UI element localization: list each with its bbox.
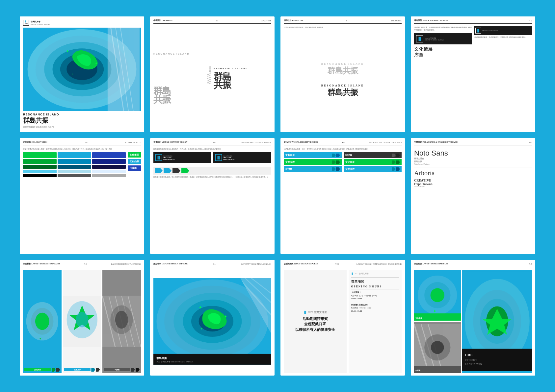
font1-sub: Noto Sans of Anthony (414, 163, 532, 165)
svg-text:✦: ✦ (433, 308, 437, 314)
page-num: 8-1 (213, 263, 216, 265)
resonance-en-1: RESONANCE ISLAND (321, 62, 364, 65)
hours-section-2: IP授權&文創品牌！ 8月28日 - 9月4日（Sun） 13:00 - 19:… (351, 304, 399, 313)
dark-logo-2: ▐▌ 2022 台灣文博會 CREATIVE EXPO TAIWAN (213, 152, 271, 163)
desc-bottom: 以基本主題圖形為基礎，整合主辦單位識別標誌，形成統一的視覺識別系統，應用於各類展… (153, 176, 271, 178)
font3-sub: Arboria-Regular (414, 186, 532, 187)
banner-2: 文創品牌 (284, 159, 342, 165)
svg-point-59 (431, 341, 444, 354)
card-layout-templates: 版型模板 LAYOUT DESIGN TEMPLATES 7-4 LAYOUT … (20, 260, 144, 376)
card6-header: 視覺設計 VISUAL IDENTITY DESIGN 4-1 MAIN FRA… (153, 141, 271, 145)
svg-point-30 (115, 311, 128, 329)
section-label2: LOGOTYPE (261, 20, 271, 22)
card-color-palette: 色彩系統 COLOR SYSTEM 2-1 COLOR PALETTE 根據主視… (20, 138, 144, 254)
chinese-2: 群島共振 (321, 87, 364, 98)
identity-content: 場地設計說明文字，介紹整體視覺識別系統應用於活動現場的規範與準則，確保空間識別的… (414, 26, 532, 130)
opening-hours-en: OPENING HOURS (351, 285, 399, 288)
thumb-1-svg: ✦ (23, 270, 62, 373)
hours-2-title: IP授權&文創品牌！ (351, 304, 399, 307)
arrow-3b (336, 167, 340, 171)
badge-column: 文化策展 文創品牌 沙波境 (128, 152, 141, 251)
arrows-3 (332, 167, 340, 171)
banner-text-4: 印提展 (345, 154, 352, 157)
thumb-1: ✦ 文化策展 (23, 270, 62, 373)
banner-4: 印提展 (344, 152, 402, 158)
page-num: 3-1 (346, 20, 349, 22)
font2-name: Arboria (414, 169, 532, 177)
partial-label-2: IP授權 (415, 370, 420, 371)
arrow-4a (392, 154, 396, 157)
logo-text-2: CREATIVE EXPO TAIWAN (482, 30, 498, 32)
partial-thumb-1: ✦ 文化策展 (414, 270, 461, 321)
page-num: 7-49 (335, 263, 339, 265)
dark-logo-box-2: ▐▌ CREATIVE EXPO TAIWAN (474, 26, 532, 35)
banners-col-1: 文藝策展 文創品牌 IP授權 (284, 152, 342, 251)
banner-text-3: IP授權 (285, 167, 292, 171)
logo-info-2: 2022 台灣文博會 CREATIVE EXPO TAIWAN (223, 155, 234, 160)
right-logo: RESONANCE ISLAND 群島共振 (214, 26, 271, 130)
card7-header: 資訊設計 VISUAL IDENTITY DESIGN 4-4 INFORMAT… (284, 141, 402, 145)
section-label2: MAIN FRAME VISUAL IDENTITY (241, 141, 271, 143)
logo-white: RESONANCE ISLAND 群島共振 (321, 62, 364, 76)
badge-wenchuang: 文創品牌 (128, 159, 141, 164)
chinese-large-dark: 群島共振 (214, 72, 231, 89)
font-1: Noto Sans 臺灣文博會 群島共振 Noto Sans of Anthon… (414, 149, 532, 165)
card-logo-design: 標準設計 LOGOTYPE 3-1 LOGOTYPE RESONANCE ISL… (150, 16, 275, 132)
svg-text:CREATIVE: CREATIVE (465, 359, 477, 362)
arrows-4 (392, 154, 400, 157)
visual-desc: 以基本圖形為基礎延伸出多種應用，包括水平、垂直及各種比例變化，確保視覺系統的靈活… (153, 148, 271, 150)
card3-header: 標準設計 LOGOTYPE 3-1 LOGOTYPE (284, 19, 402, 24)
arrow-thumb-2b (96, 368, 100, 372)
card11-header: 版型範例 LAYOUT DESIGN IMPULSE 7-49 LAYOUT D… (284, 262, 402, 267)
swatch-black (23, 174, 57, 177)
banner-text-2: 文創品牌 (285, 160, 295, 164)
swatch-g2 (23, 159, 57, 164)
svg-text:✦: ✦ (95, 61, 97, 65)
poster-graphic-area: ✦ ✦ ✦ (23, 28, 141, 111)
hours-1-title: 文化策展！ (351, 291, 399, 294)
section-label: 資訊設計 VISUAL IDENTITY DESIGN (284, 141, 318, 144)
desc-right: 場地識別應用規範，包括展場指引、空間標示及各類印刷品的設計準則。 (474, 36, 532, 39)
logo-content: RESONANCE ISLAND RESONANCE ISLAND 群島共振 R… (153, 26, 271, 130)
chinese-1: 群島共振 (321, 65, 364, 76)
event-title: 文化策展序章 (414, 46, 472, 58)
font1-label: 臺灣文博會 群島共振 (414, 157, 532, 163)
page-num: 7-5 (529, 263, 532, 265)
logo-box-1: ▐▌ (155, 154, 162, 161)
svg-text:✦: ✦ (39, 337, 41, 340)
arrows-6 (392, 167, 400, 171)
badge-wenhua: 文化策展 (128, 152, 141, 158)
chinese-large-gray: 群島共振 (153, 87, 211, 103)
svg-text:2022 台灣文博會 CREATIVE EXPO TAIWA: 2022 台灣文博會 CREATIVE EXPO TAIWAN (156, 360, 193, 363)
hours-divider (351, 277, 399, 278)
card4-header: 場地設計 VENUE IDENTITY DESIGN 4-2 (414, 19, 532, 24)
section-label: 版型範例 LAYOUT DESIGN IMPULSE (153, 262, 188, 265)
expo-logo: ▐▌ 2022 (23, 20, 29, 26)
section-label2: LAYOUT DESIGN TEMPLATES ON BACKGROUND (357, 263, 402, 265)
swatch-gray (58, 174, 91, 177)
announcement-text: 活動期間請來賓 全程配戴口罩 以確保所有人的健康安全 (295, 316, 335, 332)
logo-row: ▐▌ 2022 台灣文博會 CREATIVE EXPO TAIWAN ▐▌ (153, 152, 271, 163)
desc-text: 以黑白呈現的標準字體組合，用於單色印刷及各種應用 (284, 26, 402, 29)
label-wenhua: 文化策展 (24, 368, 51, 371)
page-num: 4-5 (529, 141, 532, 143)
swatch-darkblue (92, 152, 126, 158)
svg-text:CRE: CRE (465, 353, 472, 357)
svg-text:✦: ✦ (200, 327, 203, 331)
font3-name: CREATIVE Expo Taiwan (414, 179, 532, 186)
font-2: Arboria (414, 169, 532, 177)
arrow-5a (392, 160, 396, 164)
poster-svg: ✦ ✦ ✦ 群島共振 2022 台灣 (153, 270, 271, 373)
dark-logo-box: ▐▌ 2022 台灣文博會 CREATIVE EXPO TAIWAN (414, 33, 472, 44)
section-label: 視覺設計 VISUAL IDENTITY DESIGN (153, 141, 187, 144)
header-org-text: 台灣文博會 CREATIVE EXPO TAIWAN (31, 20, 50, 25)
partial-content: ✦ 文化策展 (414, 270, 532, 373)
main-partial-poster: ✦ CRE CREATIVE EXPO TAIWAN (462, 270, 532, 373)
thumb-3: IP授權 (102, 270, 141, 373)
right-col: ▐▌ CREATIVE EXPO TAIWAN 場地識別應用規範，包括展場指引、… (474, 26, 532, 130)
left-col: 場地設計說明文字，介紹整體視覺識別系統應用於活動現場的規範與準則，確保空間識別的… (414, 26, 472, 130)
banner-3: IP授權 (284, 166, 342, 172)
card-partial-poster: 版型範例 LAYOUT DESIGN IMPULSE 7-5 ✦ (411, 260, 535, 376)
section-label2: LOGOTYPE (391, 20, 402, 22)
thumb-2-label: 文創品牌 (63, 368, 101, 372)
